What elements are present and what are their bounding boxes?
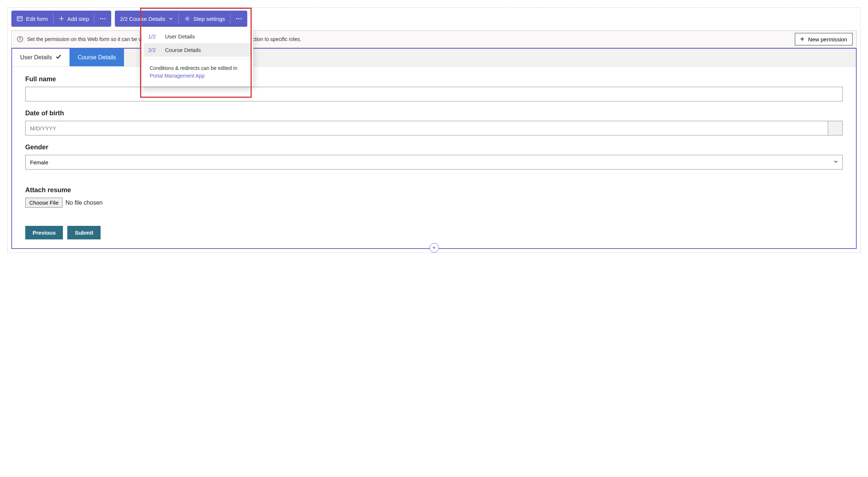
- svg-point-10: [238, 18, 240, 19]
- svg-point-7: [105, 18, 106, 19]
- step-name: Course Details: [165, 47, 201, 53]
- step-fraction: 2/2: [148, 47, 158, 53]
- svg-point-9: [236, 18, 237, 19]
- step-tabs: User Details Course Details: [12, 49, 856, 67]
- add-below-button[interactable]: +: [429, 243, 439, 253]
- svg-point-5: [100, 18, 101, 19]
- tab-label: User Details: [20, 54, 52, 61]
- dob-input[interactable]: [25, 121, 828, 135]
- svg-point-6: [102, 18, 104, 19]
- choose-file-button[interactable]: Choose File: [25, 198, 63, 208]
- step-settings-label: Step settings: [193, 16, 225, 22]
- gender-label: Gender: [25, 144, 843, 151]
- permission-bar: Set the permission on this Web form so i…: [11, 30, 857, 48]
- previous-button[interactable]: Previous: [25, 226, 63, 239]
- more-icon: [236, 18, 242, 19]
- svg-rect-0: [17, 16, 22, 21]
- form-content-frame[interactable]: User Details Course Details Full name Da…: [11, 48, 857, 249]
- resume-label: Attach resume: [25, 186, 843, 194]
- plus-icon: [59, 16, 64, 22]
- full-name-input[interactable]: [25, 87, 843, 101]
- plus-icon: +: [800, 36, 805, 43]
- step-dropdown-item[interactable]: 1/2 User Details: [142, 30, 253, 43]
- file-status: No file chosen: [65, 200, 102, 206]
- edit-form-button[interactable]: Edit form: [11, 11, 53, 27]
- portal-management-link[interactable]: Portal Management App: [150, 73, 204, 79]
- add-step-button[interactable]: Add step: [53, 11, 94, 27]
- new-permission-button[interactable]: + New permission: [795, 33, 853, 45]
- gender-value: Female: [30, 159, 48, 165]
- tab-user-details[interactable]: User Details: [12, 49, 69, 66]
- dropdown-footer: Conditions & redirects can be edited in …: [142, 59, 253, 86]
- toolbar-group-right: 2/2 Course Details Step settings: [115, 11, 247, 27]
- gender-select[interactable]: Female: [25, 155, 843, 169]
- more-icon: [99, 18, 106, 19]
- svg-point-14: [20, 38, 20, 38]
- step-selector-label: 2/2 Course Details: [120, 16, 165, 22]
- tab-course-details[interactable]: Course Details: [69, 49, 124, 66]
- edit-form-label: Edit form: [26, 16, 48, 22]
- toolbar-more-button-left[interactable]: [94, 11, 111, 27]
- check-icon: [56, 54, 61, 61]
- form-icon: [16, 15, 23, 22]
- step-dropdown-item-selected[interactable]: 2/2 Course Details: [144, 43, 251, 57]
- editor-canvas: Edit form Add step 2/2 Course Details: [7, 7, 861, 253]
- add-step-label: Add step: [67, 16, 89, 22]
- new-permission-label: New permission: [808, 36, 847, 42]
- dob-picker-button[interactable]: [828, 121, 843, 135]
- form-actions: Previous Submit: [25, 226, 843, 244]
- info-icon: [17, 36, 23, 42]
- toolbar-group-left: Edit form Add step: [11, 11, 111, 27]
- gear-icon: [184, 15, 191, 22]
- form-body: Full name Date of birth Gender Female: [12, 67, 856, 248]
- field-resume: Attach resume Choose File No file chosen: [25, 186, 843, 208]
- toolbar-more-button-right[interactable]: [230, 11, 247, 27]
- step-dropdown-panel: 1/2 User Details 2/2 Course Details Cond…: [142, 27, 253, 86]
- step-selector-button[interactable]: 2/2 Course Details: [115, 11, 178, 27]
- step-name: User Details: [165, 33, 195, 40]
- chevron-down-icon: [168, 16, 173, 21]
- svg-point-11: [241, 18, 242, 19]
- step-fraction: 1/2: [148, 33, 158, 40]
- dropdown-footer-text: Conditions & redirects can be edited in: [150, 65, 237, 71]
- svg-point-8: [186, 18, 188, 19]
- dob-label: Date of birth: [25, 109, 843, 117]
- submit-button[interactable]: Submit: [67, 226, 101, 239]
- field-gender: Gender Female: [25, 144, 843, 169]
- tab-label: Course Details: [78, 54, 116, 61]
- step-settings-button[interactable]: Step settings: [179, 11, 230, 27]
- toolbar: Edit form Add step 2/2 Course Details: [11, 11, 857, 27]
- field-dob: Date of birth: [25, 109, 843, 135]
